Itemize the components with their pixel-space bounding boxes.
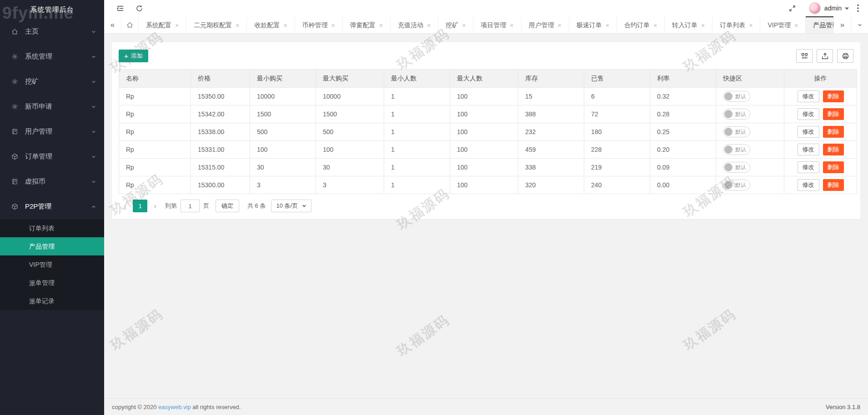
more-vertical-icon[interactable] [849, 4, 862, 12]
tabs-menu-button[interactable] [851, 16, 868, 33]
tab-10[interactable]: 合约订单× [617, 16, 665, 33]
cell-min_buy: 10000 [250, 88, 316, 105]
tab-14[interactable]: 产品管理× [806, 16, 833, 33]
cell-min_buy: 1500 [250, 105, 316, 123]
tabs-scroll-right-button[interactable]: » [833, 16, 851, 33]
default-switch-toggle[interactable]: 默认 [723, 180, 750, 190]
close-tab-icon[interactable]: × [510, 22, 513, 29]
close-tab-icon[interactable]: × [558, 22, 562, 29]
close-tab-icon[interactable]: × [653, 22, 657, 29]
delete-button[interactable]: 删除 [823, 90, 844, 102]
refresh-icon[interactable] [130, 0, 149, 16]
print-button[interactable] [837, 49, 853, 63]
tab-label: 充值活动 [398, 21, 423, 30]
goto-page-input[interactable] [181, 200, 200, 212]
delete-button[interactable]: 删除 [823, 161, 844, 173]
close-tab-icon[interactable]: × [701, 22, 705, 29]
collapse-menu-icon[interactable] [110, 0, 130, 16]
user-menu[interactable]: admin [824, 5, 849, 12]
tab-5[interactable]: 充值活动× [391, 16, 438, 33]
sidebar-subitem-4[interactable]: 派单记录 [0, 292, 104, 310]
sidebar-item-label: 系统管理 [25, 52, 52, 61]
columns-filter-button[interactable] [796, 49, 813, 63]
close-tab-icon[interactable]: × [379, 22, 383, 29]
default-switch-toggle[interactable]: 默认 [723, 126, 750, 137]
edit-button[interactable]: 修改 [798, 108, 819, 120]
sidebar-subitem-0[interactable]: 订单列表 [0, 219, 104, 237]
export-button[interactable] [817, 49, 833, 63]
default-switch-toggle[interactable]: 默认 [723, 91, 750, 102]
edit-button[interactable]: 修改 [798, 144, 819, 155]
page-size-select[interactable]: 10 条/页 [271, 200, 311, 212]
next-page-button[interactable]: › [149, 200, 161, 212]
tab-3[interactable]: 币种管理× [295, 16, 343, 33]
cell-switch: 默认 [716, 105, 784, 123]
sidebar-item-3[interactable]: 新币申请 [0, 94, 104, 119]
add-button[interactable]: + 添加 [119, 50, 148, 62]
cell-max_people: 100 [450, 123, 518, 141]
tab-9[interactable]: 极速订单× [569, 16, 617, 33]
switch-knob [724, 92, 733, 100]
close-tab-icon[interactable]: × [331, 22, 335, 29]
default-switch-toggle[interactable]: 默认 [723, 109, 750, 120]
tab-0[interactable]: 系统配置× [139, 16, 186, 33]
close-tab-icon[interactable]: × [462, 22, 466, 29]
close-tab-icon[interactable]: × [794, 22, 798, 29]
switch-knob [724, 163, 733, 171]
page-number-1[interactable]: 1 [133, 200, 147, 212]
close-tab-icon[interactable]: × [175, 22, 179, 29]
close-tab-icon[interactable]: × [606, 22, 609, 29]
tab-6[interactable]: 挖矿× [438, 16, 473, 33]
avatar[interactable] [809, 2, 821, 14]
delete-button[interactable]: 删除 [823, 126, 844, 138]
default-switch-toggle[interactable]: 默认 [723, 144, 750, 155]
plus-icon: + [124, 53, 128, 60]
delete-button[interactable]: 删除 [823, 108, 844, 120]
sidebar-subitem-2[interactable]: VIP管理 [0, 255, 104, 274]
close-tab-icon[interactable]: × [749, 22, 753, 29]
delete-button[interactable]: 删除 [823, 144, 844, 155]
switch-label: 默认 [735, 146, 746, 154]
tab-11[interactable]: 转入订单× [665, 16, 712, 33]
chevron-down-icon [91, 80, 96, 84]
sidebar-subitem-3[interactable]: 派单管理 [0, 274, 104, 292]
default-switch-toggle[interactable]: 默认 [723, 162, 750, 173]
tab-1[interactable]: 二元期权配置× [186, 16, 247, 33]
close-tab-icon[interactable]: × [283, 22, 287, 29]
tabs-scroll-left-button[interactable]: « [104, 16, 121, 33]
sidebar-item-1[interactable]: 系统管理 [0, 44, 104, 69]
sidebar-item-label: 用户管理 [25, 127, 52, 136]
close-tab-icon[interactable]: × [427, 22, 431, 29]
edit-button[interactable]: 修改 [798, 90, 819, 102]
edit-button[interactable]: 修改 [798, 161, 819, 173]
tab-7[interactable]: 项目管理× [473, 16, 521, 33]
sidebar-item-0[interactable]: 主页 [0, 19, 104, 44]
version-label: Version 3.1.8 [826, 404, 860, 410]
home-tab[interactable] [121, 16, 139, 33]
sidebar-item-2[interactable]: 挖矿 [0, 69, 104, 94]
edit-button[interactable]: 修改 [798, 126, 819, 138]
sidebar-subitem-1[interactable]: 产品管理 [0, 237, 104, 255]
tab-12[interactable]: 订单列表× [712, 16, 760, 33]
tab-13[interactable]: VIP管理× [760, 16, 806, 33]
cell-stock: 232 [518, 123, 584, 141]
easyweb-link[interactable]: easyweb.vip [158, 404, 191, 410]
sidebar-item-7[interactable]: P2P管理 [0, 194, 104, 219]
delete-button[interactable]: 删除 [823, 179, 844, 191]
cell-min_people: 1 [384, 159, 450, 176]
prev-page-button[interactable]: ‹ [119, 200, 131, 212]
sidebar-item-6[interactable]: 虚拟币 [0, 169, 104, 194]
sidebar-item-5[interactable]: 订单管理 [0, 144, 104, 169]
edit-button[interactable]: 修改 [798, 179, 819, 191]
switch-knob [724, 145, 733, 154]
goto-confirm-button[interactable]: 确定 [216, 200, 239, 212]
tab-4[interactable]: 弹窗配置× [343, 16, 391, 33]
column-header-9: 快捷区 [716, 70, 784, 88]
chevron-down-icon [858, 23, 862, 27]
tab-2[interactable]: 收款配置× [247, 16, 295, 33]
sidebar-item-label: 新币申请 [25, 102, 52, 111]
sidebar-item-4[interactable]: 用户管理 [0, 119, 104, 144]
fullscreen-icon[interactable] [783, 5, 802, 12]
tab-8[interactable]: 用户管理× [522, 16, 569, 33]
close-tab-icon[interactable]: × [236, 22, 239, 29]
